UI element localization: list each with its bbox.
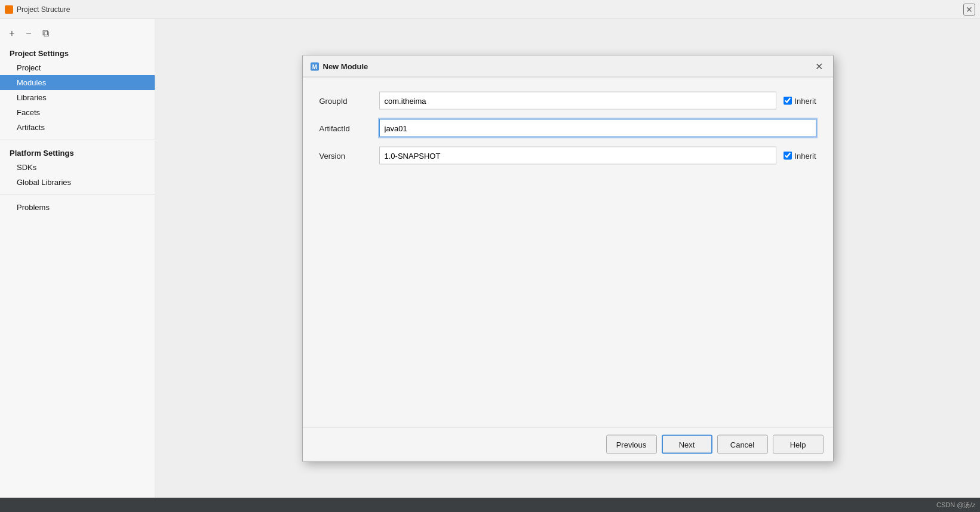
copy-icon: ⧉: [42, 28, 49, 39]
previous-button[interactable]: Previous: [606, 435, 657, 454]
sidebar-item-modules[interactable]: Modules: [0, 75, 155, 90]
sidebar-item-project[interactable]: Project: [0, 60, 155, 75]
sidebar-item-sdks[interactable]: SDKs: [0, 160, 155, 175]
dialog-body: GroupId Inherit ArtifactId: [303, 78, 833, 427]
next-button[interactable]: Next: [662, 435, 712, 454]
svg-text:M: M: [312, 63, 317, 70]
version-inherit-wrapper: Inherit: [784, 151, 816, 160]
remove-button[interactable]: −: [21, 26, 36, 41]
main-window: Project Structure ✕ + − ⧉ Project Settin…: [0, 0, 980, 512]
version-input[interactable]: [379, 147, 777, 165]
dialog-icon: M: [310, 61, 320, 71]
sidebar-toolbar: + − ⧉: [0, 24, 155, 45]
sidebar: + − ⧉ Project Settings Project Modules L…: [0, 19, 155, 498]
window-close-button[interactable]: ✕: [963, 4, 975, 16]
version-inherit-label: Inherit: [794, 151, 816, 160]
version-row: Version Inherit: [320, 147, 816, 165]
dialog-close-button[interactable]: ✕: [813, 60, 826, 73]
sidebar-item-artifacts[interactable]: Artifacts: [0, 120, 155, 135]
dialog-spacer: [320, 174, 816, 413]
help-button[interactable]: Help: [773, 435, 824, 454]
sidebar-item-facets[interactable]: Facets: [0, 105, 155, 120]
sidebar-divider: [0, 140, 155, 140]
artifactid-label: ArtifactId: [320, 124, 379, 132]
project-settings-header: Project Settings: [0, 45, 155, 60]
version-label: Version: [320, 151, 379, 160]
groupid-row: GroupId Inherit: [320, 92, 816, 110]
sidebar-item-global-libraries[interactable]: Global Libraries: [0, 175, 155, 190]
version-inherit-checkbox[interactable]: [784, 152, 792, 160]
app-icon: [5, 5, 13, 14]
main-panel: Nothing to show M New Module ✕: [155, 19, 980, 498]
platform-settings-header: Platform Settings: [0, 145, 155, 160]
sidebar-item-libraries[interactable]: Libraries: [0, 90, 155, 105]
title-bar: Project Structure ✕: [0, 0, 980, 19]
groupid-input[interactable]: [379, 92, 777, 110]
remove-icon: −: [26, 28, 31, 39]
groupid-inherit-label: Inherit: [794, 96, 816, 105]
sidebar-item-problems[interactable]: Problems: [0, 200, 155, 215]
add-button[interactable]: +: [5, 26, 19, 41]
groupid-inherit-wrapper: Inherit: [784, 96, 816, 105]
window-title: Project Structure: [17, 5, 70, 14]
groupid-label: GroupId: [320, 96, 379, 105]
cancel-button[interactable]: Cancel: [717, 435, 768, 454]
dialog-footer: Previous Next Cancel Help: [303, 427, 833, 461]
bottom-bar-text: CSDN @汤/z: [936, 501, 975, 510]
dialog-titlebar: M New Module ✕: [303, 56, 833, 78]
dialog-title-text: New Module: [323, 62, 368, 71]
add-icon: +: [9, 28, 14, 39]
bottom-bar: CSDN @汤/z: [0, 498, 980, 512]
copy-button[interactable]: ⧉: [38, 26, 53, 41]
artifactid-row: ArtifactId: [320, 119, 816, 137]
artifactid-input[interactable]: [379, 119, 816, 137]
content-area: + − ⧉ Project Settings Project Modules L…: [0, 19, 980, 498]
new-module-dialog: M New Module ✕ GroupId Inherit: [302, 55, 834, 462]
groupid-inherit-checkbox[interactable]: [784, 97, 792, 105]
sidebar-divider-2: [0, 195, 155, 195]
